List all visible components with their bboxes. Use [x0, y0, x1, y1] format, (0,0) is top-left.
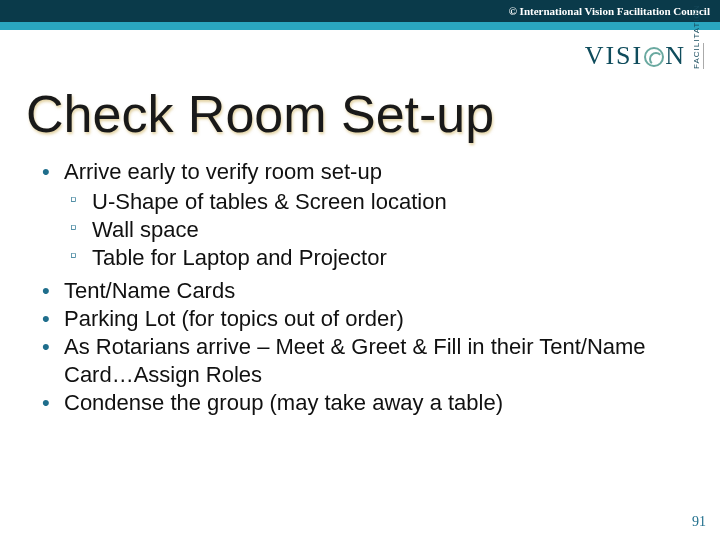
bullet-text: Parking Lot (for topics out of order)	[64, 306, 404, 331]
bullet-list: Arrive early to verify room set-up U-Sha…	[36, 158, 690, 417]
bullet-text: Condense the group (may take away a tabl…	[64, 390, 503, 415]
bullet-text: Table for Laptop and Projector	[92, 245, 387, 270]
list-item: Arrive early to verify room set-up U-Sha…	[36, 158, 690, 273]
header-bar: © International Vision Facilitation Coun…	[0, 0, 720, 22]
vision-logo: VISIN FACILITATION	[585, 41, 704, 71]
bullet-text: Wall space	[92, 217, 199, 242]
slide-content: Arrive early to verify room set-up U-Sha…	[0, 158, 720, 417]
list-item: As Rotarians arrive – Meet & Greet & Fil…	[36, 333, 690, 389]
list-item: Tent/Name Cards	[36, 277, 690, 305]
sub-bullet-list: U-Shape of tables & Screen location Wall…	[64, 188, 690, 272]
bullet-text: Arrive early to verify room set-up	[64, 159, 382, 184]
logo-post: N	[665, 41, 686, 71]
bullet-text: Tent/Name Cards	[64, 278, 235, 303]
list-item: Wall space	[64, 216, 690, 244]
list-item: Table for Laptop and Projector	[64, 244, 690, 272]
bullet-text: U-Shape of tables & Screen location	[92, 189, 447, 214]
accent-bar	[0, 22, 720, 30]
list-item: Parking Lot (for topics out of order)	[36, 305, 690, 333]
copyright-text: © International Vision Facilitation Coun…	[509, 5, 710, 17]
logo-pre: VISI	[585, 41, 644, 71]
slide-title: Check Room Set-up	[0, 78, 720, 158]
bullet-text: As Rotarians arrive – Meet & Greet & Fil…	[64, 334, 646, 387]
page-number: 91	[692, 514, 706, 530]
logo-text: VISIN	[585, 41, 686, 71]
list-item: Condense the group (may take away a tabl…	[36, 389, 690, 417]
logo-swirl-icon	[644, 47, 664, 67]
list-item: U-Shape of tables & Screen location	[64, 188, 690, 216]
logo-subtext: FACILITATION	[692, 43, 704, 69]
logo-row: VISIN FACILITATION	[0, 30, 720, 78]
